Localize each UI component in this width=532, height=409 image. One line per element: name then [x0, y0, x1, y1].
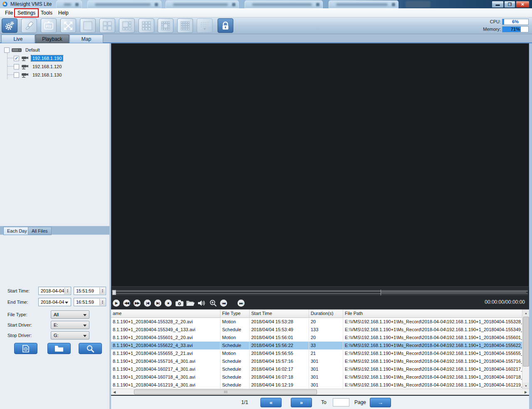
timeline-scroll-thumb[interactable] — [381, 290, 526, 295]
end-date-dropdown-caret[interactable] — [65, 302, 68, 304]
tree-camera-label-130[interactable]: 192.168.1.130 — [31, 72, 63, 78]
tab-map[interactable]: Map — [69, 35, 103, 43]
page-number-input[interactable] — [333, 398, 349, 407]
close-button[interactable]: ✕ — [516, 1, 530, 8]
tab-live[interactable]: Live — [1, 35, 35, 43]
checkbox-default[interactable] — [4, 47, 10, 53]
menu-file[interactable]: File — [2, 9, 15, 17]
checkbox-camera-130[interactable] — [14, 72, 19, 78]
table-row[interactable]: 8.1.190+1_20180404-161219_4_301.aviSched… — [111, 381, 522, 389]
table-cell: E:\VMS\192.168.1.190+1\Ms_Record\2018-04… — [343, 357, 522, 365]
snapshot-button[interactable] — [175, 299, 183, 307]
file-folder-button[interactable] — [186, 299, 195, 307]
memory-value: 71% — [502, 27, 528, 32]
layout-6-button[interactable] — [119, 18, 135, 33]
horizontal-scrollbar[interactable]: ◀ ▶ — [111, 389, 529, 395]
lock-button[interactable] — [218, 18, 233, 33]
tree-root-label[interactable]: Default — [24, 47, 41, 53]
end-time-spinner[interactable]: ▲▼ — [99, 299, 105, 305]
dropdown-caret — [83, 325, 87, 327]
tab-each-day[interactable]: Each Day — [3, 227, 31, 235]
ptz-button[interactable]: PTZ — [41, 18, 57, 33]
start-date-input[interactable]: 2018-04-04 ▲▼ — [38, 287, 71, 295]
tree-camera-label-190[interactable]: 192.168.1.190 — [31, 55, 63, 61]
scroll-up-arrow[interactable]: ▲ — [522, 310, 530, 316]
menu-tools[interactable]: Tools — [38, 9, 55, 17]
column-header-file-path[interactable]: File Path — [343, 310, 522, 318]
table-row[interactable]: 8.1.190+1_20180404-155655_2_21.aviMotion… — [111, 350, 522, 357]
start-time-input[interactable]: 15:51:59 ▲▼ — [74, 287, 106, 295]
tree-camera-row[interactable]: ✓ 192.168.1.190 — [14, 55, 63, 62]
open-folder-button[interactable] — [47, 343, 71, 354]
vertical-scrollbar[interactable]: ▲ ▼ — [522, 310, 529, 389]
layout-9-button[interactable] — [139, 18, 154, 33]
scroll-left-arrow[interactable]: ◀ — [111, 389, 118, 395]
column-header-file-type[interactable]: File Type — [220, 310, 250, 318]
table-row[interactable]: 8.1.190+1_20180404-155601_2_20.aviMotion… — [111, 334, 522, 342]
scroll-right-arrow[interactable]: ▶ — [522, 389, 529, 395]
checkbox-camera-190[interactable]: ✓ — [14, 56, 19, 61]
timeline-track[interactable] — [112, 290, 528, 295]
layout-13-button[interactable] — [158, 18, 173, 33]
search-button[interactable] — [79, 343, 102, 354]
tree-camera-label-120[interactable]: 192.168.1.120 — [31, 64, 63, 69]
tree-root-row[interactable]: Default — [4, 46, 41, 54]
prev-page-button[interactable]: « — [260, 398, 282, 407]
prev-frame-button[interactable]: |◀ — [144, 300, 151, 307]
layout-more-icon — [200, 21, 209, 30]
export-video-button[interactable] — [14, 343, 37, 354]
table-cell: 2018/04/04 15:56:22 — [250, 342, 309, 350]
end-date-input[interactable]: 2018-04-04 — [38, 298, 71, 306]
checkbox-camera-120[interactable] — [14, 64, 19, 69]
timeline-handle[interactable] — [112, 290, 116, 295]
go-page-button[interactable]: → — [370, 398, 391, 407]
play-button[interactable]: ▶ — [113, 300, 120, 307]
tree-camera-row[interactable]: 192.168.1.130 — [14, 71, 63, 79]
file-type-select[interactable]: All — [51, 310, 89, 319]
video-display-area[interactable] — [111, 43, 529, 287]
stop-driver-select[interactable]: G: — [51, 331, 89, 340]
layout-1-button[interactable] — [80, 18, 96, 33]
tab-all-files[interactable]: All Files — [28, 227, 52, 235]
table-row[interactable]: 8.1.190+1_20180404-160217_4_301.aviSched… — [111, 365, 522, 373]
tree-camera-row[interactable]: 192.168.1.120 — [14, 63, 63, 70]
column-header-start-time[interactable]: Start Time — [250, 310, 309, 318]
layout-16-button[interactable] — [177, 18, 193, 33]
table-row[interactable]: 8.1.190+1_20180404-160718_4_301.aviSched… — [111, 373, 522, 381]
vertical-scroll-thumb[interactable] — [523, 317, 529, 367]
rewind-button[interactable]: ◀◀ — [123, 300, 130, 307]
next-file-button[interactable]: ▶▶| — [238, 300, 245, 307]
table-cell: 8.1.190+1_20180404-155349_4_133.avi — [111, 326, 220, 334]
maximize-button[interactable]: ❐ — [504, 1, 515, 8]
start-driver-select[interactable]: E: — [51, 321, 89, 329]
fast-forward-button[interactable]: ▶▶ — [134, 300, 141, 307]
end-time-input[interactable]: 16:51:59 ▲▼ — [74, 298, 106, 306]
scroll-down-arrow[interactable]: ▼ — [522, 382, 530, 389]
prev-file-button[interactable]: |◀◀ — [220, 300, 227, 307]
stop-button[interactable]: ■ — [165, 300, 172, 307]
start-time-spinner[interactable]: ▲▼ — [99, 288, 105, 294]
volume-button[interactable] — [198, 299, 206, 307]
start-time-value: 15:51:59 — [76, 288, 94, 293]
digital-zoom-button[interactable] — [209, 299, 217, 307]
table-row[interactable]: 8.1.190+1_20180404-155328_2_20.aviMotion… — [111, 318, 522, 326]
settings-gear-button[interactable] — [2, 18, 17, 33]
fullscreen-button[interactable] — [60, 18, 76, 33]
menu-settings[interactable]: Settings — [15, 9, 38, 17]
minimize-button[interactable]: ▬ — [492, 1, 504, 8]
next-page-button[interactable]: » — [291, 398, 312, 407]
column-header-name[interactable]: ame — [111, 310, 220, 318]
table-cell: 8.1.190+1_20180404-155601_2_20.avi — [111, 334, 220, 342]
tab-playback[interactable]: Playback — [35, 35, 69, 43]
table-row[interactable]: 8.1.190+1_20180404-155716_4_301.aviSched… — [111, 357, 522, 365]
horizontal-scroll-thumb[interactable] — [134, 389, 317, 394]
layout-more-button[interactable] — [197, 18, 213, 33]
start-date-spinner[interactable]: ▲▼ — [64, 288, 70, 294]
layout-4-button[interactable] — [99, 18, 115, 33]
brush-button[interactable] — [21, 18, 37, 33]
table-row[interactable]: 8.1.190+1_20180404-155349_4_133.aviSched… — [111, 326, 522, 334]
next-frame-button[interactable]: ▶| — [154, 300, 161, 307]
column-header-duration[interactable]: Duration(s) — [309, 310, 343, 318]
table-row[interactable]: 8.1.190+1_20180404-155622_4_33.aviSchedu… — [111, 342, 522, 350]
menu-help[interactable]: Help — [56, 9, 71, 17]
